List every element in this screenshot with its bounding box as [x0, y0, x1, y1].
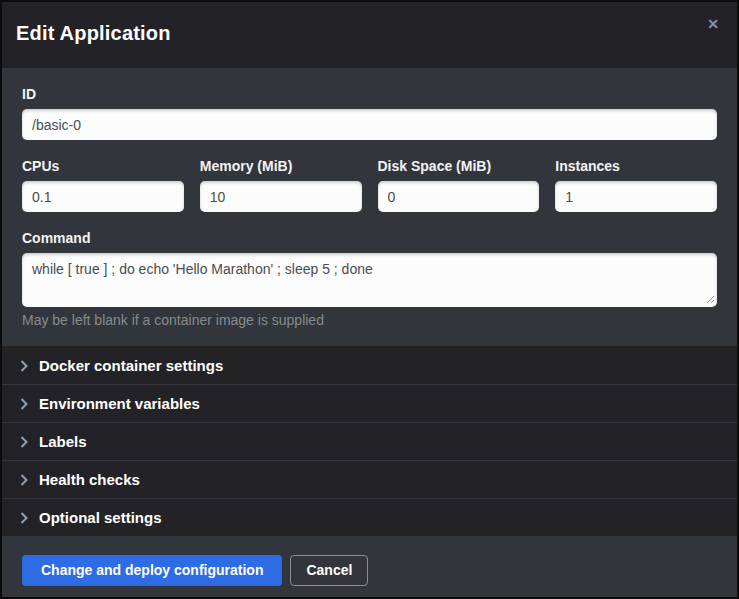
section-label: Docker container settings [39, 357, 223, 374]
section-label: Labels [39, 433, 87, 450]
section-health-checks[interactable]: Health checks [2, 460, 737, 498]
collapsible-sections: Docker container settings Environment va… [2, 346, 737, 536]
section-docker-container-settings[interactable]: Docker container settings [2, 346, 737, 384]
command-textarea[interactable]: while [ true ] ; do echo 'Hello Marathon… [22, 253, 717, 307]
disk-label: Disk Space (MiB) [378, 158, 540, 174]
section-environment-variables[interactable]: Environment variables [2, 384, 737, 422]
command-label: Command [22, 230, 717, 246]
chevron-right-icon [20, 436, 28, 448]
cpus-input[interactable] [22, 181, 184, 212]
section-optional-settings[interactable]: Optional settings [2, 498, 737, 536]
chevron-right-icon [20, 512, 28, 524]
edit-application-modal: Edit Application ✕ ID CPUs Memory (MiB) … [0, 0, 739, 599]
memory-input[interactable] [200, 181, 362, 212]
close-icon[interactable]: ✕ [705, 15, 721, 33]
chevron-right-icon [20, 398, 28, 410]
form-body: ID CPUs Memory (MiB) Disk Space (MiB) In… [2, 68, 737, 346]
cancel-button[interactable]: Cancel [290, 555, 368, 586]
modal-footer: Change and deploy configuration Cancel [2, 536, 737, 599]
section-label: Optional settings [39, 509, 162, 526]
chevron-right-icon [20, 360, 28, 372]
id-input[interactable] [22, 109, 717, 140]
id-label: ID [22, 86, 717, 102]
instances-input[interactable] [555, 181, 717, 212]
memory-label: Memory (MiB) [200, 158, 362, 174]
instances-label: Instances [555, 158, 717, 174]
command-help-text: May be left blank if a container image i… [22, 312, 717, 328]
cpus-field-group: CPUs [22, 158, 184, 212]
modal-title: Edit Application [16, 22, 721, 45]
id-field-group: ID [22, 86, 717, 140]
section-labels[interactable]: Labels [2, 422, 737, 460]
chevron-right-icon [20, 474, 28, 486]
disk-input[interactable] [378, 181, 540, 212]
section-label: Health checks [39, 471, 140, 488]
cpus-label: CPUs [22, 158, 184, 174]
disk-field-group: Disk Space (MiB) [378, 158, 540, 212]
section-label: Environment variables [39, 395, 200, 412]
change-and-deploy-button[interactable]: Change and deploy configuration [22, 555, 282, 586]
command-field-group: Command while [ true ] ; do echo 'Hello … [22, 230, 717, 328]
instances-field-group: Instances [555, 158, 717, 212]
resources-row: CPUs Memory (MiB) Disk Space (MiB) Insta… [22, 158, 717, 212]
memory-field-group: Memory (MiB) [200, 158, 362, 212]
modal-header: Edit Application ✕ [2, 2, 737, 68]
